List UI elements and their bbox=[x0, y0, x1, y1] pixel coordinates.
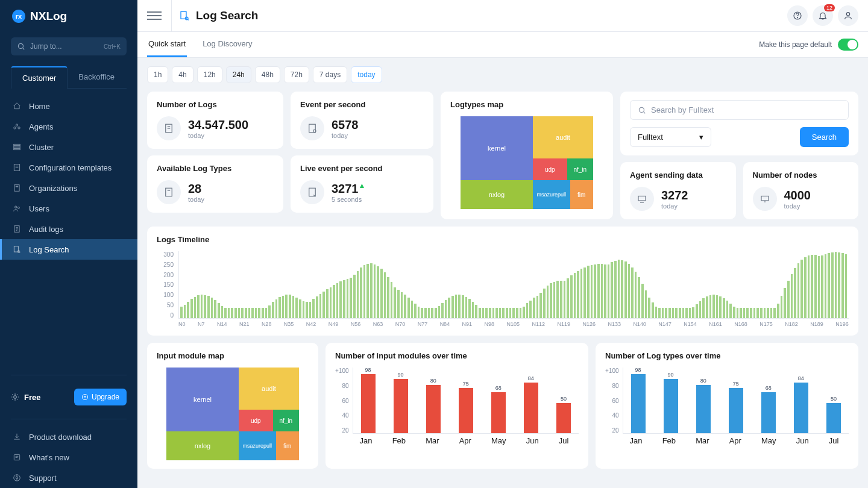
nav-logsearch-label: Log Search bbox=[29, 245, 69, 254]
timeline-bar bbox=[506, 308, 508, 318]
nav-support[interactable]: Support bbox=[0, 468, 137, 488]
timeline-bar bbox=[214, 300, 216, 318]
tab-backoffice[interactable]: Backoffice bbox=[68, 66, 125, 88]
nav-organizations[interactable]: Organizations bbox=[0, 178, 137, 198]
svg-point-3 bbox=[14, 127, 16, 130]
chart-bar bbox=[696, 385, 711, 433]
timeline-bar bbox=[580, 269, 583, 318]
bar-value-label: 50 bbox=[561, 396, 567, 402]
nav-cluster[interactable]: Cluster bbox=[0, 137, 137, 157]
time-pill-7 days[interactable]: 7 days bbox=[313, 66, 347, 83]
tm-maz[interactable]: msazurepull bbox=[533, 180, 570, 209]
subtab-log-discovery[interactable]: Log Discovery bbox=[201, 32, 253, 57]
divider bbox=[11, 419, 127, 419]
tm-udp[interactable]: udp bbox=[533, 158, 567, 180]
timeline-bar bbox=[489, 308, 491, 318]
timeline-bar bbox=[465, 297, 468, 318]
timeline-x-axis: N0N7N14N21N28N35N42N49N56N63N70N77N84N91… bbox=[178, 321, 849, 327]
time-pill-today[interactable]: today bbox=[351, 66, 382, 83]
svg-rect-11 bbox=[14, 185, 19, 192]
timeline-bar bbox=[601, 264, 603, 318]
tm-nxlog[interactable]: nxlog bbox=[461, 180, 533, 209]
time-range-pills: 1h4h12h24h48h72h7 daystoday bbox=[147, 66, 858, 83]
tm-kernel[interactable]: kernel bbox=[461, 116, 533, 180]
card-input-module-map: Input module map kernel audit udpnf_in n… bbox=[147, 343, 318, 469]
timeline-bar bbox=[360, 267, 362, 318]
nav-agents[interactable]: Agents bbox=[0, 116, 137, 137]
tm-nfin[interactable]: nf_in bbox=[273, 410, 299, 431]
upgrade-button[interactable]: Upgrade bbox=[74, 389, 127, 405]
timeline-bar bbox=[746, 308, 749, 318]
time-pill-72h[interactable]: 72h bbox=[284, 66, 309, 83]
card-title: Number of Logs bbox=[157, 100, 274, 109]
fulltext-input[interactable]: Search by Fulltext bbox=[630, 100, 849, 120]
tm-fim[interactable]: fim bbox=[276, 431, 299, 460]
timeline-bar bbox=[648, 298, 650, 318]
timeline-bar bbox=[760, 308, 763, 318]
stat-sub: today bbox=[188, 196, 204, 203]
live-icon bbox=[300, 180, 324, 204]
tm-fim[interactable]: fim bbox=[570, 180, 593, 209]
nav-users[interactable]: Users bbox=[0, 198, 137, 219]
time-pill-12h[interactable]: 12h bbox=[197, 66, 222, 83]
menu-toggle-icon[interactable] bbox=[147, 8, 162, 23]
eps-icon bbox=[300, 116, 324, 140]
tm-audit[interactable]: audit bbox=[533, 116, 593, 158]
timeline-bar bbox=[764, 308, 766, 318]
nav-config-templates[interactable]: Configuration templates bbox=[0, 157, 137, 178]
logo-text: NXLog bbox=[30, 10, 67, 23]
card-num-logs: Number of Logs 34.547.500today bbox=[147, 92, 283, 149]
card-title: Agent sending data bbox=[630, 170, 726, 180]
jump-to-shortcut: Ctrl+K bbox=[104, 43, 121, 50]
stat-value: 3272 bbox=[661, 189, 688, 202]
timeline-bar bbox=[611, 262, 613, 318]
timeline-bar bbox=[594, 264, 596, 318]
timeline-bar bbox=[245, 308, 247, 318]
tm-kernel[interactable]: kernel bbox=[166, 368, 239, 431]
page-title: Log Search bbox=[196, 9, 258, 22]
timeline-bar bbox=[726, 301, 729, 318]
timeline-bar bbox=[299, 299, 301, 318]
jump-to-search[interactable]: Jump to... Ctrl+K bbox=[11, 37, 127, 55]
sidebar-tabs: Customer Backoffice bbox=[11, 66, 127, 89]
timeline-bar bbox=[614, 261, 617, 318]
timeline-bar bbox=[265, 308, 268, 318]
time-pill-1h[interactable]: 1h bbox=[147, 66, 168, 83]
bc-y-axis: +10080604020 bbox=[605, 368, 619, 434]
profile-button[interactable] bbox=[838, 5, 858, 26]
time-pill-24h[interactable]: 24h bbox=[226, 66, 251, 83]
types-icon bbox=[157, 180, 181, 204]
nav-whats-new[interactable]: What's new bbox=[0, 447, 137, 468]
templates-icon bbox=[12, 163, 22, 172]
search-button[interactable]: Search bbox=[800, 127, 849, 147]
nav-home[interactable]: Home bbox=[0, 96, 137, 116]
tm-maz[interactable]: msazurepull bbox=[239, 431, 276, 460]
tab-customer[interactable]: Customer bbox=[11, 66, 68, 89]
timeline-bar bbox=[787, 281, 790, 318]
timeline-bar bbox=[458, 295, 461, 318]
help-button[interactable] bbox=[787, 5, 808, 26]
timeline-bar bbox=[800, 260, 803, 318]
tm-udp[interactable]: udp bbox=[239, 410, 273, 431]
nav-log-search[interactable]: Log Search bbox=[0, 239, 137, 260]
tm-audit[interactable]: audit bbox=[239, 368, 299, 410]
timeline-bar bbox=[737, 308, 739, 318]
nav-download[interactable]: Product download bbox=[0, 427, 137, 447]
timeline-bar bbox=[723, 298, 725, 318]
timeline-bar bbox=[472, 302, 474, 318]
svg-rect-49 bbox=[761, 196, 769, 201]
subtab-quick-start[interactable]: Quick start bbox=[147, 32, 187, 57]
chart-bar bbox=[826, 403, 841, 433]
tm-nfin[interactable]: nf_in bbox=[567, 158, 593, 180]
default-page-toggle[interactable] bbox=[838, 39, 858, 51]
timeline-bar bbox=[316, 296, 318, 318]
bar-value-label: 98 bbox=[365, 367, 371, 373]
tm-nxlog[interactable]: nxlog bbox=[166, 431, 239, 460]
logs-icon bbox=[157, 116, 181, 140]
fulltext-select[interactable]: Fulltext▾ bbox=[630, 127, 711, 147]
time-pill-4h[interactable]: 4h bbox=[172, 66, 193, 83]
notifications-button[interactable]: 12 bbox=[813, 5, 833, 26]
timeline-bar bbox=[658, 308, 661, 318]
nav-audit-logs[interactable]: Audit logs bbox=[0, 219, 137, 239]
time-pill-48h[interactable]: 48h bbox=[255, 66, 280, 83]
